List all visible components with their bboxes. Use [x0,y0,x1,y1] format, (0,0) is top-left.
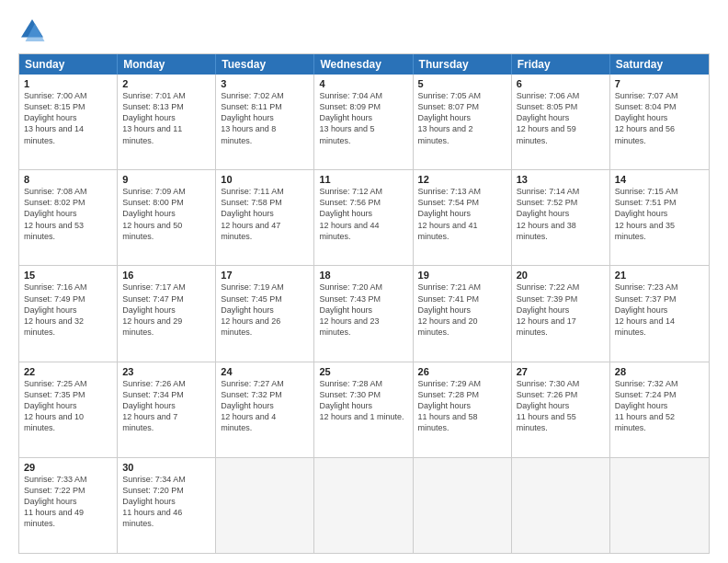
calendar-header: Sunday Monday Tuesday Wednesday Thursday… [19,54,709,75]
cal-cell: 11 Sunrise: 7:12 AM Sunset: 7:56 PM Dayl… [314,170,413,265]
week-row-5: 29 Sunrise: 7:33 AM Sunset: 7:22 PM Dayl… [19,457,709,553]
day-info: Sunrise: 7:08 AM Sunset: 8:02 PM Dayligh… [24,186,112,242]
cal-cell: 10 Sunrise: 7:11 AM Sunset: 7:58 PM Dayl… [216,170,314,265]
week-row-2: 8 Sunrise: 7:08 AM Sunset: 8:02 PM Dayli… [19,169,709,265]
day-info: Sunrise: 7:26 AM Sunset: 7:34 PM Dayligh… [122,378,210,434]
calendar-body: 1 Sunrise: 7:00 AM Sunset: 8:15 PM Dayli… [19,75,709,553]
day-number: 11 [319,174,407,185]
cal-cell: 2 Sunrise: 7:01 AM Sunset: 8:13 PM Dayli… [118,75,216,169]
day-number: 24 [221,366,309,377]
day-number: 28 [615,366,704,377]
page: Sunday Monday Tuesday Wednesday Thursday… [0,0,728,563]
cal-cell [414,458,512,553]
day-number: 26 [418,366,506,377]
day-number: 4 [319,78,407,89]
header-tuesday: Tuesday [216,54,314,75]
day-number: 29 [24,462,112,473]
calendar: Sunday Monday Tuesday Wednesday Thursday… [18,53,710,554]
cal-cell: 15 Sunrise: 7:16 AM Sunset: 7:49 PM Dayl… [19,266,118,361]
cal-cell [512,458,610,553]
cal-cell: 13 Sunrise: 7:14 AM Sunset: 7:52 PM Dayl… [512,170,610,265]
cal-cell [314,458,413,553]
day-info: Sunrise: 7:30 AM Sunset: 7:26 PM Dayligh… [517,378,605,434]
day-info: Sunrise: 7:21 AM Sunset: 7:41 PM Dayligh… [418,282,506,338]
cal-cell: 26 Sunrise: 7:29 AM Sunset: 7:28 PM Dayl… [414,362,512,457]
day-number: 14 [615,174,704,185]
cal-cell: 24 Sunrise: 7:27 AM Sunset: 7:32 PM Dayl… [216,362,314,457]
day-info: Sunrise: 7:20 AM Sunset: 7:43 PM Dayligh… [319,282,407,338]
day-info: Sunrise: 7:17 AM Sunset: 7:47 PM Dayligh… [122,282,210,338]
cal-cell: 1 Sunrise: 7:00 AM Sunset: 8:15 PM Dayli… [19,75,118,169]
day-number: 6 [517,78,605,89]
day-info: Sunrise: 7:16 AM Sunset: 7:49 PM Dayligh… [24,282,112,338]
day-number: 18 [319,270,407,281]
cal-cell: 5 Sunrise: 7:05 AM Sunset: 8:07 PM Dayli… [414,75,512,169]
cal-cell: 4 Sunrise: 7:04 AM Sunset: 8:09 PM Dayli… [314,75,413,169]
week-row-4: 22 Sunrise: 7:25 AM Sunset: 7:35 PM Dayl… [19,362,709,457]
cal-cell: 9 Sunrise: 7:09 AM Sunset: 8:00 PM Dayli… [118,170,216,265]
day-number: 9 [122,174,210,185]
day-number: 10 [221,174,309,185]
cal-cell: 29 Sunrise: 7:33 AM Sunset: 7:22 PM Dayl… [19,458,118,553]
day-info: Sunrise: 7:23 AM Sunset: 7:37 PM Dayligh… [615,282,704,338]
header [18,17,710,44]
cal-cell: 22 Sunrise: 7:25 AM Sunset: 7:35 PM Dayl… [19,362,118,457]
day-number: 22 [24,366,112,377]
cal-cell: 25 Sunrise: 7:28 AM Sunset: 7:30 PM Dayl… [314,362,413,457]
day-info: Sunrise: 7:15 AM Sunset: 7:51 PM Dayligh… [615,186,704,242]
day-number: 3 [221,78,309,89]
cal-cell: 14 Sunrise: 7:15 AM Sunset: 7:51 PM Dayl… [610,170,709,265]
day-info: Sunrise: 7:28 AM Sunset: 7:30 PM Dayligh… [319,378,407,423]
day-number: 19 [418,270,506,281]
day-info: Sunrise: 7:02 AM Sunset: 8:11 PM Dayligh… [221,90,309,146]
day-info: Sunrise: 7:32 AM Sunset: 7:24 PM Dayligh… [615,378,704,434]
day-info: Sunrise: 7:07 AM Sunset: 8:04 PM Dayligh… [615,90,704,146]
cal-cell: 7 Sunrise: 7:07 AM Sunset: 8:04 PM Dayli… [610,75,709,169]
cal-cell: 21 Sunrise: 7:23 AM Sunset: 7:37 PM Dayl… [610,266,709,361]
header-monday: Monday [118,54,216,75]
day-number: 1 [24,78,112,89]
day-number: 17 [221,270,309,281]
day-number: 23 [122,366,210,377]
cal-cell: 30 Sunrise: 7:34 AM Sunset: 7:20 PM Dayl… [118,458,216,553]
day-info: Sunrise: 7:33 AM Sunset: 7:22 PM Dayligh… [24,474,112,530]
day-info: Sunrise: 7:09 AM Sunset: 8:00 PM Dayligh… [122,186,210,242]
logo-icon [18,17,46,44]
cal-cell: 20 Sunrise: 7:22 AM Sunset: 7:39 PM Dayl… [512,266,610,361]
day-number: 7 [615,78,704,89]
day-number: 8 [24,174,112,185]
day-number: 30 [122,462,210,473]
header-saturday: Saturday [610,54,709,75]
header-friday: Friday [512,54,610,75]
day-info: Sunrise: 7:25 AM Sunset: 7:35 PM Dayligh… [24,378,112,434]
cal-cell: 23 Sunrise: 7:26 AM Sunset: 7:34 PM Dayl… [118,362,216,457]
cal-cell: 18 Sunrise: 7:20 AM Sunset: 7:43 PM Dayl… [314,266,413,361]
cal-cell [216,458,314,553]
day-number: 21 [615,270,704,281]
cal-cell: 19 Sunrise: 7:21 AM Sunset: 7:41 PM Dayl… [414,266,512,361]
header-thursday: Thursday [414,54,512,75]
cal-cell [610,458,709,553]
day-info: Sunrise: 7:19 AM Sunset: 7:45 PM Dayligh… [221,282,309,338]
day-info: Sunrise: 7:13 AM Sunset: 7:54 PM Dayligh… [418,186,506,242]
day-number: 25 [319,366,407,377]
day-info: Sunrise: 7:22 AM Sunset: 7:39 PM Dayligh… [517,282,605,338]
cal-cell: 6 Sunrise: 7:06 AM Sunset: 8:05 PM Dayli… [512,75,610,169]
cal-cell: 28 Sunrise: 7:32 AM Sunset: 7:24 PM Dayl… [610,362,709,457]
day-info: Sunrise: 7:27 AM Sunset: 7:32 PM Dayligh… [221,378,309,434]
day-info: Sunrise: 7:00 AM Sunset: 8:15 PM Dayligh… [24,90,112,146]
cal-cell: 16 Sunrise: 7:17 AM Sunset: 7:47 PM Dayl… [118,266,216,361]
week-row-1: 1 Sunrise: 7:00 AM Sunset: 8:15 PM Dayli… [19,75,709,169]
cal-cell: 17 Sunrise: 7:19 AM Sunset: 7:45 PM Dayl… [216,266,314,361]
day-info: Sunrise: 7:34 AM Sunset: 7:20 PM Dayligh… [122,474,210,530]
cal-cell: 3 Sunrise: 7:02 AM Sunset: 8:11 PM Dayli… [216,75,314,169]
header-sunday: Sunday [19,54,118,75]
cal-cell: 8 Sunrise: 7:08 AM Sunset: 8:02 PM Dayli… [19,170,118,265]
cal-cell: 12 Sunrise: 7:13 AM Sunset: 7:54 PM Dayl… [414,170,512,265]
logo [18,17,50,44]
day-info: Sunrise: 7:06 AM Sunset: 8:05 PM Dayligh… [517,90,605,146]
day-info: Sunrise: 7:05 AM Sunset: 8:07 PM Dayligh… [418,90,506,146]
cal-cell: 27 Sunrise: 7:30 AM Sunset: 7:26 PM Dayl… [512,362,610,457]
day-number: 12 [418,174,506,185]
header-wednesday: Wednesday [314,54,413,75]
